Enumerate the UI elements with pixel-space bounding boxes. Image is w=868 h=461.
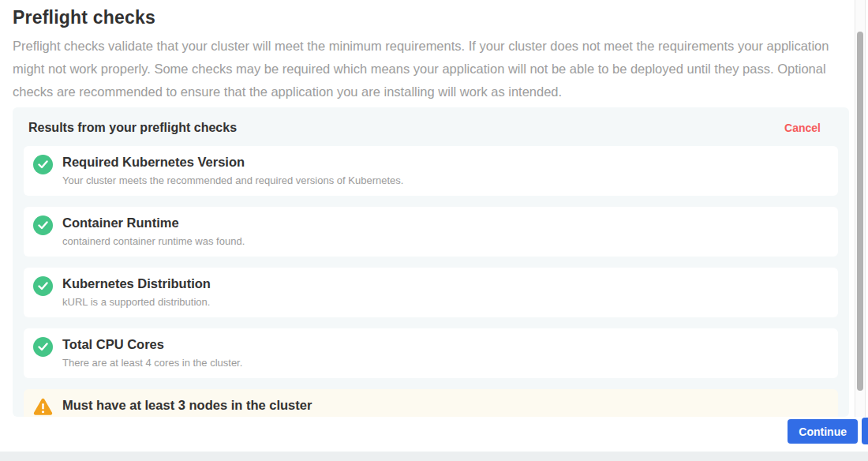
check-title: Total CPU Cores	[62, 336, 825, 353]
warning-icon	[33, 398, 53, 417]
check-title: Kubernetes Distribution	[62, 275, 825, 292]
scrollbar-thumb[interactable]	[857, 32, 863, 391]
panel-title: Results from your preflight checks	[28, 121, 237, 135]
cancel-link[interactable]: Cancel	[784, 122, 821, 134]
check-message: containerd container runtime was found.	[62, 235, 825, 248]
check-message: kURL is a supported distribution.	[62, 296, 825, 309]
check-item-total-cpu-cores: Total CPU Cores There are at least 4 cor…	[24, 328, 838, 378]
check-item-kubernetes-distribution: Kubernetes Distribution kURL is a suppor…	[24, 268, 838, 317]
check-list: Required Kubernetes Version Your cluster…	[13, 146, 849, 417]
check-pass-icon	[33, 337, 53, 357]
check-message: Your cluster meets the recommended and r…	[62, 174, 825, 187]
check-pass-icon	[33, 276, 53, 296]
check-title: Container Runtime	[62, 215, 825, 231]
check-title: Must have at least 3 nodes in the cluste…	[62, 397, 825, 414]
page-content: Preflight checks Preflight checks valida…	[13, 0, 849, 103]
check-pass-icon	[33, 216, 53, 235]
preflight-results-panel: Results from your preflight checks Cance…	[13, 107, 849, 417]
page-title: Preflight checks	[13, 7, 849, 28]
bottom-section-divider	[0, 452, 868, 461]
cut-off-button-fragment	[862, 418, 868, 444]
continue-button[interactable]: Continue	[788, 419, 858, 444]
panel-header: Results from your preflight checks Cance…	[13, 107, 849, 146]
check-item-container-runtime: Container Runtime containerd container r…	[24, 207, 838, 257]
check-item-kubernetes-version: Required Kubernetes Version Your cluster…	[24, 146, 838, 196]
check-item-node-count: Must have at least 3 nodes in the cluste…	[24, 389, 838, 417]
scrollbar-track[interactable]	[855, 0, 866, 417]
check-title: Required Kubernetes Version	[62, 154, 825, 171]
check-pass-icon	[33, 155, 53, 174]
check-message: There are at least 4 cores in the cluste…	[62, 357, 825, 369]
page-description: Preflight checks validate that your clus…	[13, 35, 843, 103]
